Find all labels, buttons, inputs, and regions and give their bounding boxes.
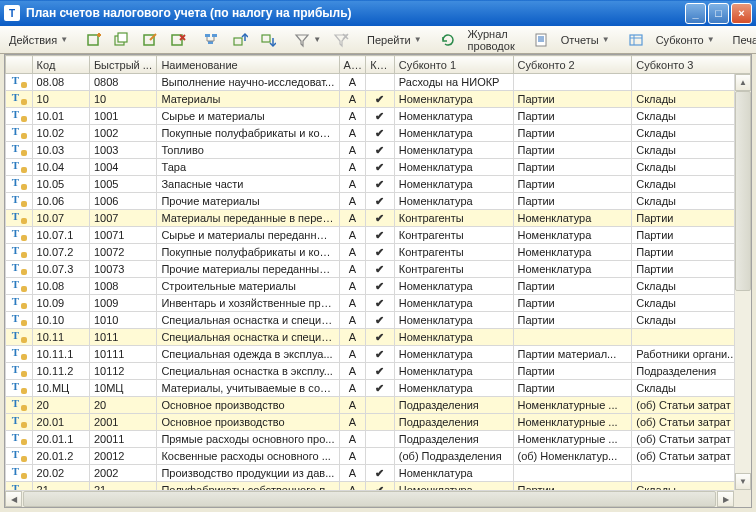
minimize-button[interactable]: _: [685, 3, 706, 24]
table-row[interactable]: Т10.11.210112Специальная оснастка в эксп…: [6, 363, 751, 380]
cell-sub1: Номенклатура: [394, 125, 513, 142]
cell-fast: 20011: [89, 431, 157, 448]
cell-sub1: Номенклатура: [394, 278, 513, 295]
actions-menu[interactable]: Действия▼: [4, 29, 73, 51]
move-down-icon[interactable]: [255, 29, 281, 51]
account-icon: Т: [12, 364, 26, 376]
cell-sub1: Номенклатура: [394, 380, 513, 397]
row-icon-cell: Т: [6, 380, 33, 397]
table-row[interactable]: Т08.080808Выполнение научно-исследоват..…: [6, 74, 751, 91]
delete-icon[interactable]: [165, 29, 191, 51]
cell-act: А: [339, 91, 366, 108]
scroll-up-button[interactable]: ▲: [735, 74, 751, 91]
cell-name: Топливо: [157, 142, 339, 159]
cell-qty: [366, 397, 395, 414]
col-name[interactable]: Наименование: [157, 56, 339, 74]
table-row[interactable]: Т20.01.120011Прямые расходы основного пр…: [6, 431, 751, 448]
svg-rect-4: [118, 33, 127, 42]
table-row[interactable]: Т10.11.110111Специальная одежда в эксплу…: [6, 346, 751, 363]
journal-button[interactable]: Журнал проводок: [463, 29, 520, 51]
table-row[interactable]: Т1010МатериалыА✔НоменклатураПартииСклады: [6, 91, 751, 108]
col-sub2[interactable]: Субконто 2: [513, 56, 632, 74]
table-row[interactable]: Т10.051005Запасные частиА✔НоменклатураПа…: [6, 176, 751, 193]
cell-act: А: [339, 363, 366, 380]
cell-sub2: Номенклатура: [513, 227, 632, 244]
col-qty[interactable]: Кол.: [366, 56, 395, 74]
cell-sub3: [632, 465, 751, 482]
goto-menu[interactable]: Перейти▼: [362, 29, 427, 51]
cell-sub2: Партии: [513, 108, 632, 125]
cell-code: 10.02: [32, 125, 89, 142]
cell-code: 08.08: [32, 74, 89, 91]
cell-sub2: Партии: [513, 363, 632, 380]
filter-icon[interactable]: ▼: [289, 29, 326, 51]
scroll-down-button[interactable]: ▼: [735, 473, 751, 490]
subconto-menu[interactable]: Субконто▼: [651, 29, 720, 51]
row-icon-cell: Т: [6, 465, 33, 482]
maximize-button[interactable]: □: [708, 3, 729, 24]
horizontal-scrollbar[interactable]: ◀ ▶: [5, 490, 734, 507]
reports-icon[interactable]: [528, 29, 554, 51]
table-row[interactable]: Т20.022002Производство продукции из дав.…: [6, 465, 751, 482]
cell-qty: ✔: [366, 261, 395, 278]
cell-name: Сырье и материалы: [157, 108, 339, 125]
table-row[interactable]: Т10.07.110071Сырье и материалы переданны…: [6, 227, 751, 244]
scroll-thumb-v[interactable]: [735, 91, 751, 291]
account-icon: Т: [12, 109, 26, 121]
scroll-left-button[interactable]: ◀: [5, 491, 22, 507]
reports-menu[interactable]: Отчеты▼: [556, 29, 615, 51]
table-row[interactable]: Т10.021002Покупные полуфабрикаты и ком..…: [6, 125, 751, 142]
table-row[interactable]: Т10.07.310073Прочие материалы переданные…: [6, 261, 751, 278]
clear-filter-icon[interactable]: [328, 29, 354, 51]
hierarchy-icon[interactable]: [199, 29, 225, 51]
cell-name: Специальная оснастка и специа...: [157, 312, 339, 329]
table-row[interactable]: Т2020Основное производствоАПодразделения…: [6, 397, 751, 414]
edit-icon[interactable]: [137, 29, 163, 51]
table-row[interactable]: Т10.111011Специальная оснастка и специа.…: [6, 329, 751, 346]
move-up-icon[interactable]: [227, 29, 253, 51]
col-act[interactable]: Акт.: [339, 56, 366, 74]
table-row[interactable]: Т10.041004ТараА✔НоменклатураПартииСклады: [6, 159, 751, 176]
table-row[interactable]: Т10.101010Специальная оснастка и специа.…: [6, 312, 751, 329]
cell-code: 10.11.1: [32, 346, 89, 363]
table-row[interactable]: Т10.07.210072Покупные полуфабрикаты и ко…: [6, 244, 751, 261]
cell-qty: ✔: [366, 380, 395, 397]
table-row[interactable]: Т10.011001Сырье и материалыА✔Номенклатур…: [6, 108, 751, 125]
cell-act: А: [339, 312, 366, 329]
app-icon: Т: [4, 5, 20, 21]
cell-fast: 1011: [89, 329, 157, 346]
table-row[interactable]: Т10.081008Строительные материалыА✔Номенк…: [6, 278, 751, 295]
close-button[interactable]: ×: [731, 3, 752, 24]
svg-rect-0: [88, 35, 98, 45]
col-code[interactable]: Код: [32, 56, 89, 74]
cell-code: 10.05: [32, 176, 89, 193]
col-sub1[interactable]: Субконто 1: [394, 56, 513, 74]
cell-sub1: Номенклатура: [394, 193, 513, 210]
vertical-scrollbar[interactable]: ▲ ▼: [734, 74, 751, 490]
account-icon: Т: [12, 245, 26, 257]
cell-sub1: Контрагенты: [394, 261, 513, 278]
table-row[interactable]: Т10.091009Инвентарь и хозяйственные при.…: [6, 295, 751, 312]
table-row[interactable]: Т10.071007Материалы переданные в перер..…: [6, 210, 751, 227]
col-fast[interactable]: Быстрый ...: [89, 56, 157, 74]
table-row[interactable]: Т20.012001Основное производствоАПодразде…: [6, 414, 751, 431]
row-icon-cell: Т: [6, 278, 33, 295]
account-icon: Т: [12, 211, 26, 223]
cell-qty: ✔: [366, 142, 395, 159]
accounts-table[interactable]: Код Быстрый ... Наименование Акт. Кол. С…: [5, 55, 751, 499]
subconto-icon[interactable]: [623, 29, 649, 51]
scroll-right-button[interactable]: ▶: [717, 491, 734, 507]
scroll-thumb-h[interactable]: [23, 491, 716, 507]
print-menu[interactable]: Печать▼: [728, 29, 756, 51]
table-row[interactable]: Т10.031003ТопливоА✔НоменклатураПартииСкл…: [6, 142, 751, 159]
table-row[interactable]: Т10.061006Прочие материалыА✔Номенклатура…: [6, 193, 751, 210]
col-sub3[interactable]: Субконто 3: [632, 56, 751, 74]
cell-sub3: Склады: [632, 159, 751, 176]
col-icon[interactable]: [6, 56, 33, 74]
add-icon[interactable]: [81, 29, 107, 51]
table-row[interactable]: Т20.01.220012Косвенные расходы основного…: [6, 448, 751, 465]
table-row[interactable]: Т10.МЦ10МЦМатериалы, учитываемые в сос..…: [6, 380, 751, 397]
add-copy-icon[interactable]: [109, 29, 135, 51]
svg-rect-17: [262, 35, 270, 42]
refresh-icon[interactable]: [435, 29, 461, 51]
